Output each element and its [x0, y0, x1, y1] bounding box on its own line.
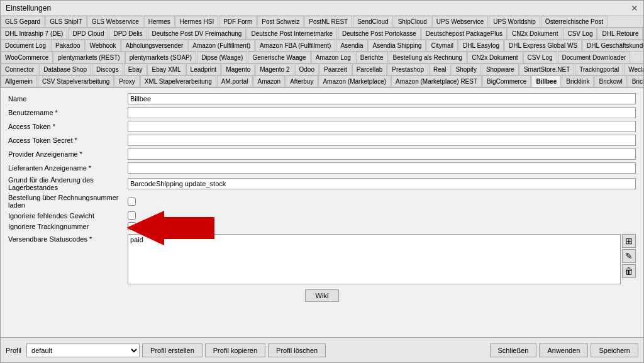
tab-5-4[interactable]: AM.portal [217, 75, 253, 87]
tab-4-15[interactable]: SmartStore.NET [519, 64, 574, 75]
tab-4-13[interactable]: Shopify [452, 64, 481, 75]
tab-0-11[interactable]: UPS Worldship [489, 16, 540, 27]
tab-0-1[interactable]: GLS ShipIT [45, 16, 87, 27]
tab-4-3[interactable]: Ebay [124, 64, 147, 75]
tab-3-8[interactable]: CN2x Dokument [467, 52, 522, 63]
tab-4-12[interactable]: Real [429, 64, 451, 75]
tab-1-7[interactable]: CN2x Dokument [508, 28, 562, 39]
close-button[interactable]: Schließen [490, 343, 537, 357]
field-input-3[interactable] [128, 135, 636, 146]
tab-4-8[interactable]: Odoo [295, 64, 319, 75]
tab-0-4[interactable]: Hermes HSI [175, 16, 218, 27]
tab-2-3[interactable]: Abholungsversender [121, 40, 188, 51]
tab-1-9[interactable]: DHL Retoure [597, 28, 643, 39]
wiki-button[interactable]: Wiki [305, 289, 340, 302]
tab-0-6[interactable]: Post Schweiz [257, 16, 304, 27]
tab-2-11[interactable]: DHL Geschäftskundenversand [582, 40, 643, 51]
profile-select[interactable]: default [26, 343, 140, 357]
tab-1-1[interactable]: DPD Cloud [68, 28, 108, 39]
tab-1-6[interactable]: Deutschepost PackagePlus [421, 28, 507, 39]
tab-2-4[interactable]: Amazon (Fulfillment) [188, 40, 255, 51]
status-codes-textarea[interactable] [128, 234, 621, 284]
tab-0-9[interactable]: ShipCloud [394, 16, 431, 27]
copy-profile-button[interactable]: Profil kopieren [205, 343, 265, 357]
tab-4-14[interactable]: Shopware [482, 64, 519, 75]
field-input-4[interactable] [128, 148, 636, 160]
tab-5-12[interactable]: Brickowl [594, 75, 626, 87]
delete-textarea-btn[interactable]: 🗑 [622, 264, 636, 278]
tab-4-17[interactable]: Weclapp [624, 64, 643, 75]
checkbox-input-0[interactable] [128, 198, 136, 206]
tab-2-7[interactable]: Asendia Shipping [369, 40, 426, 51]
tab-4-10[interactable]: Parcellab [352, 64, 387, 75]
tab-0-3[interactable]: Hermes [144, 16, 175, 27]
tab-5-11[interactable]: Bricklink [562, 75, 594, 87]
field-input-0[interactable] [128, 93, 636, 104]
tab-0-10[interactable]: UPS Webservice [432, 16, 488, 27]
tab-2-9[interactable]: DHL Easylog [458, 40, 504, 51]
save-button[interactable]: Speichern [591, 343, 638, 357]
tab-4-9[interactable]: Paarzeit [319, 64, 352, 75]
tab-0-2[interactable]: GLS Webservice [87, 16, 143, 27]
tab-4-5[interactable]: Leadprint [186, 64, 221, 75]
tab-4-11[interactable]: Prestashop [387, 64, 428, 75]
tab-4-0[interactable]: Connector [1, 64, 38, 75]
checkbox-input-1[interactable] [128, 211, 136, 220]
tab-1-3[interactable]: Deutsche Post DV Freimachung [148, 28, 247, 39]
tab-5-3[interactable]: XML Stapelverarbeitung [140, 75, 216, 87]
tab-4-6[interactable]: Magento [221, 64, 255, 75]
tab-4-4[interactable]: Ebay XML [147, 64, 185, 75]
delete-profile-button[interactable]: Profil löschen [268, 343, 326, 357]
tab-2-6[interactable]: Asendia [336, 40, 367, 51]
tab-5-1[interactable]: CSV Stapelverarbeitung [38, 75, 114, 87]
tab-0-8[interactable]: SendCloud [353, 16, 392, 27]
field-input-2[interactable] [128, 121, 636, 132]
tab-5-0[interactable]: Allgemein [1, 75, 37, 87]
edit-textarea-btn[interactable]: ✎ [622, 249, 636, 263]
tab-0-0[interactable]: GLS Gepard [1, 16, 45, 27]
tab-5-7[interactable]: Amazon (Marketplace) [318, 75, 391, 87]
tab-5-10[interactable]: Billbee [531, 75, 561, 87]
tab-0-7[interactable]: PostNL REST [304, 16, 352, 27]
tab-1-5[interactable]: Deutsche Post Portokasse [338, 28, 421, 39]
tab-3-4[interactable]: Generische Waage [248, 52, 310, 63]
tab-5-8[interactable]: Amazon (Marketplace) REST [391, 75, 482, 87]
tab-4-16[interactable]: Trackingportal [575, 64, 623, 75]
tab-4-2[interactable]: Discogs [92, 64, 123, 75]
tab-3-10[interactable]: Document Downloader [558, 52, 631, 63]
tab-5-2[interactable]: Proxy [114, 75, 140, 87]
checkbox-input-2[interactable] [128, 222, 136, 230]
tab-1-2[interactable]: DPD Delis [109, 28, 147, 39]
tab-0-12[interactable]: Österreichische Post [541, 16, 608, 27]
tab-1-4[interactable]: Deutsche Post Internetmarke [247, 28, 337, 39]
tab-3-7[interactable]: Bestellung als Rechnung [389, 52, 467, 63]
tab-3-0[interactable]: WooCommerce [1, 52, 53, 63]
tab-2-10[interactable]: DHL Express Global WS [504, 40, 582, 51]
tab-3-1[interactable]: plentymarkets (REST) [53, 52, 124, 63]
tab-4-1[interactable]: Database Shop [39, 64, 91, 75]
tab-3-5[interactable]: Amazon Log [311, 52, 355, 63]
tab-2-1[interactable]: Pakadoo [51, 40, 84, 51]
tab-1-0[interactable]: DHL Intraship 7 (DE) [1, 28, 67, 39]
field-input-1[interactable] [128, 107, 636, 118]
tab-3-6[interactable]: Berichte [356, 52, 388, 63]
tab-2-2[interactable]: Webhook [86, 40, 121, 51]
add-textarea-btn[interactable]: ⊞ [622, 234, 636, 248]
create-profile-button[interactable]: Profil erstellen [142, 343, 203, 357]
field-input-6[interactable] [128, 178, 636, 189]
tab-0-5[interactable]: PDF Form [219, 16, 257, 27]
close-window-button[interactable]: ✕ [631, 3, 638, 13]
tab-3-3[interactable]: Dipse (Waage) [197, 52, 247, 63]
tab-3-2[interactable]: plentymarkets (SOAP) [125, 52, 196, 63]
tab-2-8[interactable]: Citymail [426, 40, 458, 51]
tab-2-5[interactable]: Amazon FBA (Fulfillment) [255, 40, 335, 51]
tab-5-13[interactable]: Brickscut [628, 75, 643, 87]
tab-5-9[interactable]: BigCommerce [482, 75, 531, 87]
tab-5-5[interactable]: Amazon [253, 75, 286, 87]
tab-5-6[interactable]: Afterbuy [286, 75, 318, 87]
tab-1-8[interactable]: CSV Log [563, 28, 597, 39]
tab-3-9[interactable]: CSV Log [523, 52, 557, 63]
tab-4-7[interactable]: Magento 2 [255, 64, 294, 75]
apply-button[interactable]: Anwenden [539, 343, 588, 357]
tab-2-0[interactable]: Document Log [1, 40, 50, 51]
